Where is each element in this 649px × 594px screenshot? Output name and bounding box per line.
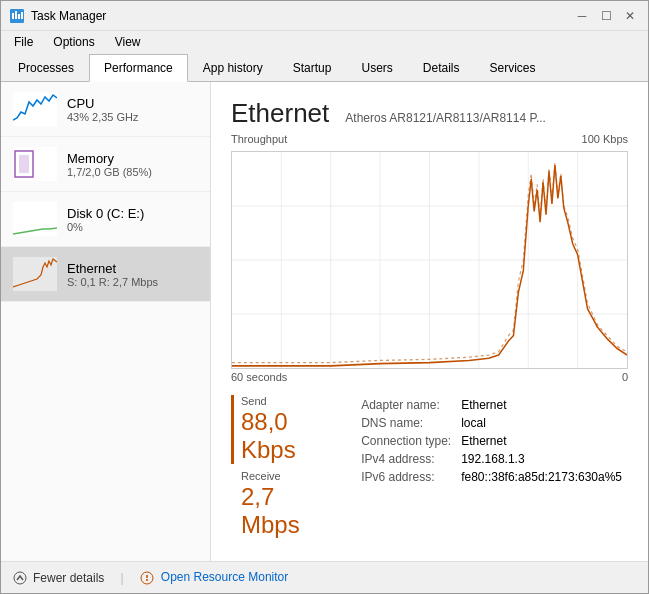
- receive-value: 2,7 Mbps: [241, 483, 315, 539]
- receive-block: Receive 2,7 Mbps: [231, 470, 315, 539]
- ethernet-value: S: 0,1 R: 2,7 Mbps: [67, 276, 198, 288]
- svg-rect-10: [13, 257, 57, 291]
- ipv4-label: IPv4 address:: [357, 451, 455, 467]
- tab-app-history[interactable]: App history: [188, 54, 278, 82]
- page-title: Ethernet: [231, 98, 329, 129]
- dns-name-label: DNS name:: [357, 415, 455, 431]
- table-row: Adapter name: Ethernet: [357, 397, 626, 413]
- menu-options[interactable]: Options: [44, 32, 103, 52]
- fewer-details-label: Fewer details: [33, 571, 104, 585]
- disk-value: 0%: [67, 221, 198, 233]
- task-manager-window: Task Manager ─ ☐ ✕ File Options View Pro…: [0, 0, 649, 594]
- info-section: Send 88,0 Kbps Receive 2,7 Mbps Adapter …: [231, 395, 628, 545]
- send-label: Send: [241, 395, 315, 407]
- svg-point-24: [146, 579, 148, 581]
- memory-label: Memory: [67, 151, 198, 166]
- cpu-graph-icon: [13, 92, 57, 126]
- title-bar: Task Manager ─ ☐ ✕: [1, 1, 648, 31]
- tab-details[interactable]: Details: [408, 54, 475, 82]
- ipv6-label: IPv6 address:: [357, 469, 455, 485]
- max-label: 100 Kbps: [582, 133, 628, 145]
- fewer-details-button[interactable]: Fewer details: [13, 571, 104, 585]
- svg-rect-3: [18, 14, 20, 19]
- close-button[interactable]: ✕: [620, 6, 640, 26]
- time-label: 60 seconds: [231, 371, 287, 383]
- menu-bar: File Options View: [1, 31, 648, 53]
- tab-performance[interactable]: Performance: [89, 54, 188, 82]
- sidebar-item-ethernet[interactable]: Ethernet S: 0,1 R: 2,7 Mbps: [1, 247, 210, 302]
- sidebar-item-cpu[interactable]: CPU 43% 2,35 GHz: [1, 82, 210, 137]
- ethernet-label: Ethernet: [67, 261, 198, 276]
- svg-rect-4: [21, 12, 23, 19]
- throughput-label: Throughput: [231, 133, 287, 145]
- tab-startup[interactable]: Startup: [278, 54, 347, 82]
- main-header: Ethernet Atheros AR8121/AR8113/AR8114 P.…: [231, 98, 628, 129]
- dns-name-value: local: [457, 415, 626, 431]
- window-title: Task Manager: [31, 9, 106, 23]
- connection-type-label: Connection type:: [357, 433, 455, 449]
- cpu-value: 43% 2,35 GHz: [67, 111, 198, 123]
- table-row: IPv6 address: fe80::38f6:a85d:2173:630a%…: [357, 469, 626, 485]
- menu-view[interactable]: View: [106, 32, 150, 52]
- svg-rect-2: [15, 11, 17, 19]
- memory-graph-icon: [13, 147, 57, 181]
- adapter-name-value: Ethernet: [457, 397, 626, 413]
- open-resource-monitor-button[interactable]: Open Resource Monitor: [140, 570, 289, 585]
- receive-label: Receive: [241, 470, 315, 482]
- details-table: Adapter name: Ethernet DNS name: local C…: [355, 395, 628, 487]
- svg-rect-8: [19, 155, 29, 173]
- tab-bar: Processes Performance App history Startu…: [1, 53, 648, 82]
- disk-graph-icon: [13, 202, 57, 236]
- menu-file[interactable]: File: [5, 32, 42, 52]
- tab-users[interactable]: Users: [346, 54, 407, 82]
- sidebar: CPU 43% 2,35 GHz Memory 1,7/2,0 GB (85%): [1, 82, 211, 561]
- table-row: IPv4 address: 192.168.1.3: [357, 451, 626, 467]
- svg-rect-5: [13, 92, 57, 126]
- send-value: 88,0 Kbps: [241, 408, 315, 464]
- disk-label: Disk 0 (C: E:): [67, 206, 198, 221]
- tab-processes[interactable]: Processes: [3, 54, 89, 82]
- minimize-button[interactable]: ─: [572, 6, 592, 26]
- memory-value: 1,7/2,0 GB (85%): [67, 166, 198, 178]
- task-manager-icon: [9, 8, 25, 24]
- bottom-bar: Fewer details | Open Resource Monitor: [1, 561, 648, 593]
- tab-services[interactable]: Services: [475, 54, 551, 82]
- throughput-chart: [231, 151, 628, 369]
- ipv4-value: 192.168.1.3: [457, 451, 626, 467]
- connection-type-value: Ethernet: [457, 433, 626, 449]
- table-row: Connection type: Ethernet: [357, 433, 626, 449]
- sidebar-item-memory[interactable]: Memory 1,7/2,0 GB (85%): [1, 137, 210, 192]
- min-label: 0: [622, 371, 628, 383]
- table-row: DNS name: local: [357, 415, 626, 431]
- send-block: Send 88,0 Kbps: [231, 395, 315, 464]
- ethernet-graph-icon: [13, 257, 57, 291]
- adapter-name-subtitle: Atheros AR8121/AR8113/AR8114 P...: [345, 111, 546, 125]
- main-content: CPU 43% 2,35 GHz Memory 1,7/2,0 GB (85%): [1, 82, 648, 561]
- svg-point-21: [14, 572, 26, 584]
- main-panel: Ethernet Atheros AR8121/AR8113/AR8114 P.…: [211, 82, 648, 561]
- maximize-button[interactable]: ☐: [596, 6, 616, 26]
- open-resource-monitor-label: Open Resource Monitor: [161, 570, 288, 584]
- sidebar-item-disk[interactable]: Disk 0 (C: E:) 0%: [1, 192, 210, 247]
- adapter-name-label: Adapter name:: [357, 397, 455, 413]
- chevron-up-icon: [13, 571, 27, 585]
- cpu-label: CPU: [67, 96, 198, 111]
- svg-rect-1: [12, 13, 14, 19]
- ipv6-value: fe80::38f6:a85d:2173:630a%5: [457, 469, 626, 485]
- resource-monitor-icon: [140, 571, 154, 585]
